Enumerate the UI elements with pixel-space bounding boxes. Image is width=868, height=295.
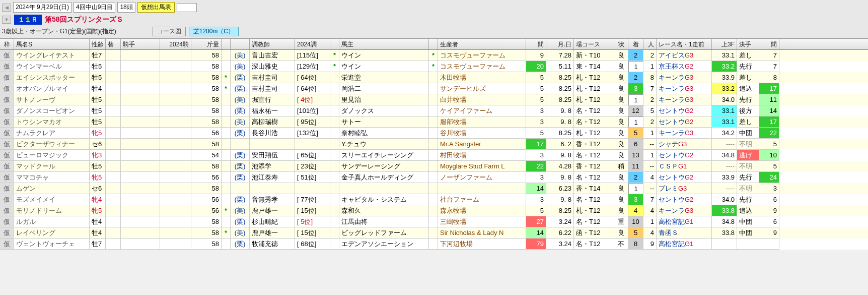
table-row[interactable]: 仮ウインマーベル牡558(美)深山雅史[129位]*ウイン*コスモヴューファーム… — [0, 61, 868, 72]
cell: 27 — [526, 216, 546, 227]
cell — [160, 239, 191, 250]
cell: * — [222, 227, 231, 239]
cell: セントウG2 — [657, 116, 712, 128]
cell: * — [330, 61, 339, 72]
cell: 音無秀孝 — [250, 194, 295, 205]
cell: (栗) — [231, 172, 250, 183]
col-course[interactable]: 場コース — [574, 39, 614, 49]
cell: 2 — [643, 94, 657, 105]
table-row[interactable]: 仮ピューロマジック牝354(栗)安田翔伍[ 65位]スリーエイチレーシング村田牧… — [0, 150, 868, 161]
cell: モズメイメイ — [14, 194, 90, 205]
col-jrank[interactable]: 2024騎 — [160, 39, 191, 49]
col-reg2[interactable] — [330, 39, 339, 49]
cell — [330, 72, 339, 83]
cell: 10 — [628, 216, 643, 227]
col-3f[interactable]: 上3F — [712, 39, 737, 49]
cell: 34.8 — [712, 150, 737, 161]
table-row[interactable]: 仮ムゲンセ658146.23香・T14良1--プレミG3----不明3 — [0, 183, 868, 194]
table-row[interactable]: 仮ママコチャ牝556(栗)池江泰寿[ 51位]金子真人ホールディングノーザンファ… — [0, 172, 868, 183]
cell: 33.1 — [712, 116, 737, 128]
table-row[interactable]: 仮オオバンブルマイ牡458*(栗)吉村圭司[ 64位]岡浩二サンデーヒルズ58.… — [0, 83, 868, 94]
cell — [222, 194, 231, 205]
cell: * — [222, 83, 231, 94]
col-fin[interactable]: 着 — [628, 39, 643, 49]
cell: マッドクール — [14, 161, 90, 172]
table-row[interactable]: 仮モズメイメイ牝456(栗)音無秀孝[ 77位]キャピタル・システム社台ファーム… — [0, 194, 868, 205]
cell: 仮 — [0, 72, 14, 83]
table-row[interactable]: 仮ヴェントヴォーチェ牡758(栗)牧浦充徳[ 68位]エデンアソシエーション下河… — [0, 239, 868, 250]
table-row[interactable]: 仮ルガル牡458(栗)杉山晴紀[ 5位]江馬由将三嶋牧場273.24名・T12重… — [0, 216, 868, 227]
cell: 3.24 — [546, 216, 574, 227]
cell: 先行 — [737, 94, 759, 105]
table-row[interactable]: 仮エイシンスポッター牡558*(栗)吉村圭司[ 64位]栄進堂木田牧場58.25… — [0, 72, 868, 83]
cell: 3 — [526, 116, 546, 128]
prev-icon[interactable]: ◀ — [2, 4, 11, 12]
col-gap[interactable]: 間 — [526, 39, 546, 49]
col-jockey[interactable]: 騎手 — [121, 39, 160, 49]
table-row[interactable]: 仮マッドクール牡558(栗)池添学[ 23位]サンデーレーシングMoyglare… — [0, 161, 868, 172]
cell — [231, 139, 250, 150]
col-race[interactable]: レース名・1走前 — [657, 39, 712, 49]
cell: ピューロマジック — [14, 150, 90, 161]
col-cond[interactable]: 状 — [614, 39, 628, 49]
col-reg3[interactable] — [429, 39, 438, 49]
cell: 9. 8 — [546, 172, 574, 183]
col-style[interactable]: 決手 — [737, 39, 759, 49]
col-loc[interactable] — [231, 39, 250, 49]
table-row[interactable]: 仮トウシンマカオ牡558(美)高柳瑞樹[ 95位]サトー服部牧場39. 8名・T… — [0, 116, 868, 128]
race-date[interactable]: 2024年 9月29日(日) — [13, 2, 71, 13]
cell: 2 — [628, 50, 643, 61]
table-row[interactable]: 仮モリノドリーム牝556*(美)鹿戸雄一[ 15位]森和久森永牧場58.25札・… — [0, 205, 868, 216]
cell: 木田牧場 — [438, 72, 526, 83]
col-trank[interactable]: 2024調 — [295, 39, 330, 49]
table-row[interactable]: 仮サトノレーヴ牡558(美)堀宣行[ 4位]里見治白井牧場58.25札・T12良… — [0, 94, 868, 105]
col-breeder[interactable]: 生産者 — [438, 39, 526, 49]
col-trainer[interactable]: 調教師 — [250, 39, 295, 49]
cell — [330, 116, 339, 128]
table-row[interactable]: 仮ナムラクレア牝556(栗)長谷川浩[132位]奈村睦弘谷川牧場58.25札・T… — [0, 128, 868, 139]
cell — [429, 216, 438, 227]
cell: 不 — [614, 239, 628, 250]
table-row[interactable]: 仮ダノンスコーピオン牡558(栗)福永祐一[101位]ダノックスケイアイファーム… — [0, 105, 868, 116]
cell: 不明 — [737, 139, 759, 150]
cell: 先行 — [737, 194, 759, 205]
entries-grid: 枠 馬名S 性齢 替 騎手 2024騎 斤量 調教師 2024調 馬主 生産者 … — [0, 39, 868, 250]
col-gap2[interactable]: 間 — [759, 39, 779, 49]
cell: 7 — [759, 50, 779, 61]
col-date[interactable]: 月.日 — [546, 39, 574, 49]
cell — [106, 83, 121, 94]
cell: 鹿戸雄一 — [250, 227, 295, 239]
table-row[interactable]: 仮ビクターザウィナーセ658Y.チュウMr.A Sangster176. 2香・… — [0, 139, 868, 150]
col-owner[interactable]: 馬主 — [339, 39, 429, 49]
col-name[interactable]: 馬名S — [14, 39, 90, 49]
table-row[interactable]: 仮ウイングレイテスト牡758(美)畠山吉宏[115位]*ウイン*コスモヴューファ… — [0, 50, 868, 61]
cell: 58 — [191, 227, 222, 239]
down-icon[interactable]: ▼ — [2, 16, 11, 24]
cell — [712, 239, 737, 250]
cell — [330, 227, 339, 239]
cell: 24 — [759, 172, 779, 183]
cell: (栗) — [231, 105, 250, 116]
cell: 良 — [614, 227, 628, 239]
cell — [330, 183, 339, 194]
col-waku[interactable]: 枠 — [0, 39, 14, 49]
cell: ウインマーベル — [14, 61, 90, 72]
cell: ルガル — [14, 216, 90, 227]
course-diagram-button[interactable]: コース図 — [153, 27, 186, 36]
col-change[interactable]: 替 — [106, 39, 121, 49]
cell: 仮 — [0, 61, 14, 72]
cell: 先行 — [737, 61, 759, 72]
col-reg1[interactable] — [222, 39, 231, 49]
race-meeting[interactable]: 4回中山9日目 — [74, 2, 115, 13]
cell: ヴェントヴォーチェ — [14, 239, 90, 250]
cell: トウシンマカオ — [14, 116, 90, 128]
cell: 7.28 — [546, 50, 574, 61]
col-weight[interactable]: 斤量 — [191, 39, 222, 49]
col-sexage[interactable]: 性齢 — [90, 39, 106, 49]
cell — [330, 83, 339, 94]
col-pop[interactable]: 人 — [643, 39, 657, 49]
table-row[interactable]: 仮レイベリング牡458*(美)鹿戸雄一[ 15位]ビッグレッドファームSir N… — [0, 227, 868, 239]
cell: ダノンスコーピオン — [14, 105, 90, 116]
cell: 池添学 — [250, 161, 295, 172]
blank-field[interactable] — [177, 3, 197, 12]
